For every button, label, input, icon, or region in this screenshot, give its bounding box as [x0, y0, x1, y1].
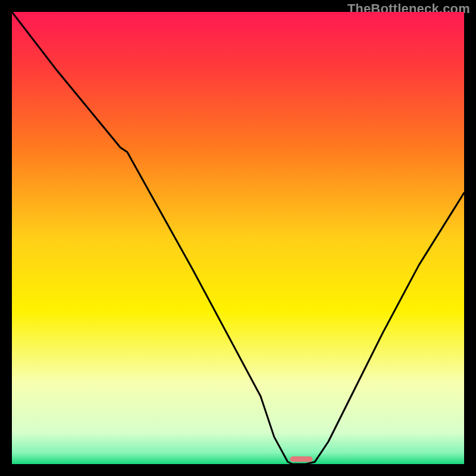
bottleneck-chart [12, 12, 464, 464]
optimal-marker [290, 456, 312, 462]
chart-frame: TheBottleneck.com [0, 0, 476, 476]
gradient-panel [12, 12, 464, 464]
